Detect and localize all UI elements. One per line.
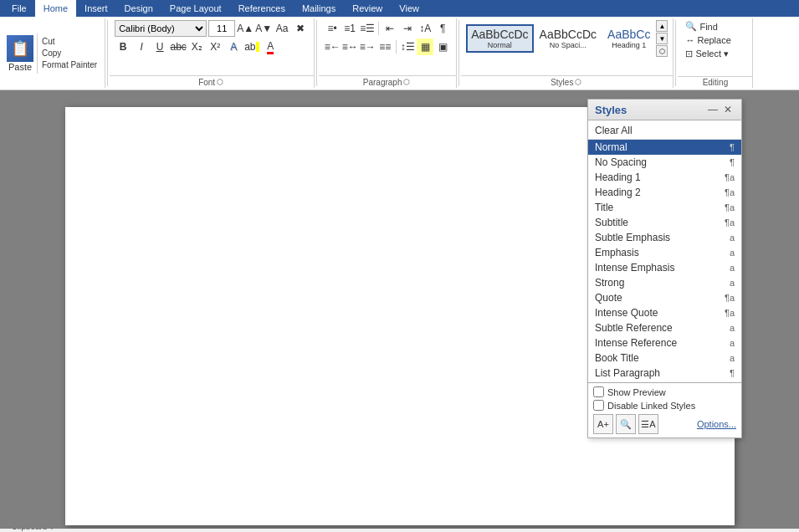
style-normal[interactable]: AaBbCcDc Normal [466, 24, 533, 54]
style-item-book-title[interactable]: Book Title a [588, 350, 741, 366]
justify-button[interactable]: ≡≡ [376, 38, 393, 55]
text-effects-button[interactable]: A [225, 38, 242, 55]
replace-button[interactable]: ↔ Replace [683, 34, 747, 46]
tab-mailings[interactable]: Mailings [294, 0, 344, 17]
styles-expand-button[interactable]: ⬡ [573, 77, 583, 87]
style-item-intense-emphasis[interactable]: Intense Emphasis a [588, 260, 741, 275]
style-item-heading2[interactable]: Heading 2 ¶a [588, 185, 741, 200]
font-row-1: Calibri (Body) A▲ A▼ Aa ✖ [115, 20, 309, 37]
highlight-button[interactable]: ab [243, 38, 260, 55]
styles-expand[interactable]: ⬡ [656, 45, 668, 57]
align-right-button[interactable]: ≡→ [359, 38, 376, 55]
show-paragraph-button[interactable]: ¶ [434, 20, 451, 37]
cut-button[interactable]: Cut [39, 36, 100, 47]
styles-scroll-down[interactable]: ▼ [656, 33, 668, 44]
styles-panel: Styles — ✕ Clear All Normal ¶ No Spacing… [587, 99, 742, 438]
tab-insert[interactable]: Insert [76, 0, 116, 17]
font-name-select[interactable]: Calibri (Body) [115, 20, 207, 37]
style-item-subtle-emphasis[interactable]: Subtle Emphasis a [588, 230, 741, 245]
tab-design[interactable]: Design [116, 0, 161, 17]
font-color-button[interactable]: A [262, 38, 279, 55]
italic-button[interactable]: I [133, 38, 150, 55]
tab-page-layout[interactable]: Page Layout [161, 0, 230, 17]
editing-label-row: Editing [678, 76, 752, 88]
paragraph-expand-button[interactable]: ⬡ [402, 77, 412, 87]
disable-linked-checkbox[interactable] [593, 400, 604, 411]
style-heading1[interactable]: AaBbCc Heading 1 [602, 24, 655, 54]
font-expand-button[interactable]: ⬡ [215, 77, 225, 87]
style-item-quote[interactable]: Quote ¶a [588, 290, 741, 305]
style-item-no-spacing-icon: ¶ [730, 157, 735, 167]
shading-button[interactable]: ▦ [417, 38, 433, 55]
align-center-button[interactable]: ≡↔ [341, 38, 358, 55]
tab-view[interactable]: View [391, 0, 428, 17]
superscript-button[interactable]: X² [207, 38, 223, 55]
clear-all-item[interactable]: Clear All [588, 122, 741, 140]
options-button[interactable]: Options... [697, 419, 736, 429]
shrink-font-button[interactable]: A▼ [255, 20, 272, 37]
styles-scroll-up[interactable]: ▲ [656, 20, 668, 32]
style-item-intense-emphasis-label: Intense Emphasis [595, 262, 674, 274]
style-item-heading1[interactable]: Heading 1 ¶a [588, 170, 741, 185]
show-preview-checkbox[interactable] [593, 386, 604, 397]
style-item-normal[interactable]: Normal ¶ [588, 140, 741, 155]
paragraph-label: Paragraph [363, 78, 402, 87]
style-item-title[interactable]: Title ¶a [588, 200, 741, 215]
font-size-input[interactable] [208, 20, 235, 37]
change-case-button[interactable]: Aa [274, 20, 290, 37]
grow-font-button[interactable]: A▲ [237, 20, 254, 37]
style-inspector-button[interactable]: 🔍 [616, 414, 636, 434]
style-no-spacing-preview: AaBbCcDc [540, 28, 597, 42]
style-item-subtitle[interactable]: Subtitle ¶a [588, 215, 741, 230]
style-item-intense-reference-icon: a [730, 338, 735, 348]
styles-panel-footer: Show Preview Disable Linked Styles A+ 🔍 … [588, 382, 741, 437]
bold-button[interactable]: B [115, 38, 131, 55]
font-label-row: Font ⬡ [110, 75, 314, 88]
numbering-button[interactable]: ≡1 [341, 20, 358, 37]
paste-label: Paste [8, 62, 32, 72]
style-item-list-paragraph-label: List Paragraph [595, 367, 660, 379]
tab-review[interactable]: Review [344, 0, 391, 17]
underline-button[interactable]: U [151, 38, 168, 55]
strikethrough-button[interactable]: abc [170, 38, 187, 55]
new-style-button[interactable]: A+ [593, 414, 613, 434]
style-item-strong[interactable]: Strong a [588, 275, 741, 290]
style-item-intense-quote[interactable]: Intense Quote ¶a [588, 305, 741, 320]
style-normal-preview: AaBbCcDc [471, 28, 528, 42]
increase-indent-button[interactable]: ⇥ [399, 20, 416, 37]
subscript-button[interactable]: X₂ [188, 38, 205, 55]
disable-linked-label: Disable Linked Styles [607, 401, 695, 411]
styles-panel-close[interactable]: ✕ [721, 103, 735, 116]
bullets-button[interactable]: ≡• [324, 20, 341, 37]
manage-styles-button[interactable]: ☰A [638, 414, 658, 434]
paste-button[interactable]: 📋 Paste [3, 33, 38, 74]
find-button[interactable]: 🔍 Find [683, 20, 747, 33]
copy-button[interactable]: Copy [39, 48, 100, 59]
ribbon-body: 📋 Paste Cut Copy Format Painter Clipboar… [0, 17, 799, 90]
style-item-strong-label: Strong [595, 277, 624, 289]
tab-references[interactable]: References [230, 0, 294, 17]
tab-file[interactable]: File [3, 0, 35, 17]
borders-button[interactable]: ▣ [434, 38, 451, 55]
style-item-intense-reference[interactable]: Intense Reference a [588, 335, 741, 350]
alignment-row: ≡← ≡↔ ≡→ ≡≡ ↕☰ ▦ ▣ [324, 38, 451, 55]
sort-button[interactable]: ↕A [417, 20, 433, 37]
decrease-indent-button[interactable]: ⇤ [382, 20, 398, 37]
style-item-list-paragraph[interactable]: List Paragraph ¶ [588, 366, 741, 381]
style-item-no-spacing[interactable]: No Spacing ¶ [588, 155, 741, 170]
tab-home[interactable]: Home [35, 0, 76, 17]
format-painter-button[interactable]: Format Painter [39, 59, 100, 70]
select-button[interactable]: ⊡ Select ▾ [683, 48, 747, 60]
style-no-spacing[interactable]: AaBbCcDc No Spaci... [535, 24, 602, 54]
find-label: Find [699, 22, 717, 32]
list-indent-row: ≡• ≡1 ≡☰ ⇤ ⇥ ↕A ¶ [324, 20, 451, 37]
style-item-intense-quote-label: Intense Quote [595, 307, 658, 319]
style-item-emphasis[interactable]: Emphasis a [588, 245, 741, 260]
replace-label: Replace [697, 35, 730, 45]
style-item-subtle-reference[interactable]: Subtle Reference a [588, 320, 741, 335]
clear-format-button[interactable]: ✖ [292, 20, 309, 37]
align-left-button[interactable]: ≡← [324, 38, 341, 55]
line-spacing-button[interactable]: ↕☰ [399, 38, 416, 55]
styles-panel-minimize[interactable]: — [706, 103, 720, 116]
multilevel-list-button[interactable]: ≡☰ [359, 20, 376, 37]
